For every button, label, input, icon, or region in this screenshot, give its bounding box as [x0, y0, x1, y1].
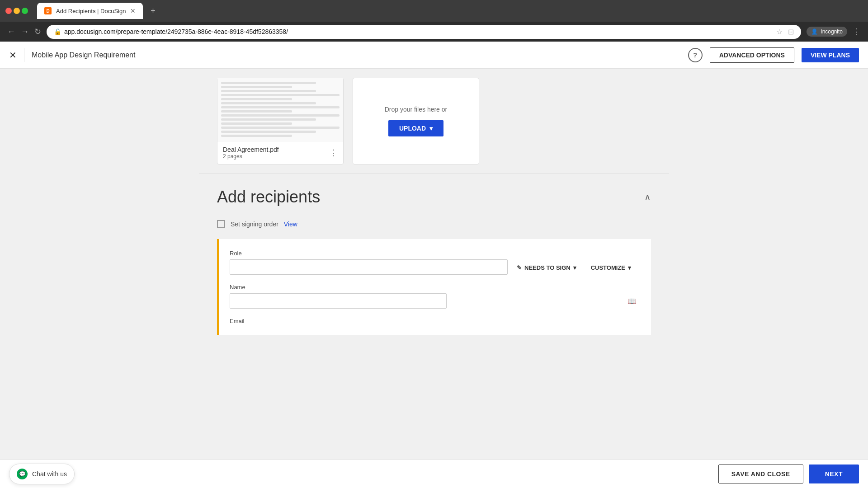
- role-label: Role: [230, 250, 508, 257]
- recipients-section: Add recipients ∧ Set signing order View …: [163, 174, 705, 349]
- form-row-role: Role ✎ NEEDS TO SIGN ▾ CUSTOMIZE: [230, 250, 640, 275]
- header-divider: [24, 48, 24, 62]
- address-text: app.docusign.com/prepare-template/249273…: [64, 28, 770, 35]
- drop-text: Drop your files here or: [385, 106, 448, 113]
- email-label: Email: [230, 318, 640, 324]
- browser-chrome: D Add Recipients | DocuSign ✕ +: [0, 0, 868, 22]
- name-input[interactable]: [230, 293, 447, 309]
- customize-btn[interactable]: CUSTOMIZE ▾: [591, 264, 631, 271]
- main-content: Deal Agreement.pdf 2 pages ⋮ Drop your f…: [0, 69, 868, 488]
- email-group: Email: [230, 318, 640, 324]
- role-group: Role: [230, 250, 508, 275]
- customize-label: CUSTOMIZE: [591, 264, 625, 271]
- section-title: Add recipients: [217, 188, 320, 206]
- needs-to-sign-label: NEEDS TO SIGN: [524, 264, 571, 271]
- next-btn[interactable]: NEXT: [809, 465, 859, 483]
- tab-close-btn[interactable]: ✕: [130, 7, 136, 14]
- document-pages: 2 pages: [223, 153, 279, 160]
- preview-line: [221, 127, 340, 129]
- document-name: Deal Agreement.pdf: [223, 146, 279, 153]
- role-input[interactable]: [230, 259, 508, 275]
- name-label: Name: [230, 284, 640, 291]
- app-header: ✕ Mobile App Design Requirement ? ADVANC…: [0, 42, 868, 69]
- preview-line: [221, 114, 340, 117]
- needs-to-sign-chevron-icon: ▾: [573, 264, 576, 271]
- browser-tab[interactable]: D Add Recipients | DocuSign ✕: [37, 3, 143, 19]
- preview-line: [221, 122, 292, 125]
- lock-icon: 🔒: [54, 28, 61, 35]
- new-tab-btn[interactable]: +: [146, 5, 159, 17]
- signing-order-checkbox[interactable]: [217, 220, 225, 228]
- preview-line: [221, 131, 316, 133]
- contact-book-icon: 📖: [627, 297, 637, 305]
- document-info: Deal Agreement.pdf 2 pages: [223, 146, 279, 160]
- chat-label: Chat with us: [32, 470, 67, 478]
- close-btn[interactable]: ✕: [9, 50, 17, 61]
- window-controls: [5, 8, 28, 14]
- preview-line: [221, 102, 316, 104]
- preview-line: [221, 82, 316, 84]
- view-link[interactable]: View: [284, 221, 297, 228]
- refresh-btn[interactable]: ↻: [34, 27, 41, 37]
- more-btn[interactable]: ⋮: [853, 27, 861, 37]
- address-bar[interactable]: 🔒 app.docusign.com/prepare-template/2492…: [47, 25, 801, 39]
- role-field-group: Role: [230, 250, 508, 275]
- preview-line: [221, 90, 316, 92]
- content-inner: Deal Agreement.pdf 2 pages ⋮ Drop your f…: [163, 69, 705, 349]
- advanced-options-btn[interactable]: ADVANCED OPTIONS: [710, 47, 794, 63]
- address-actions: ☆ ⊡: [776, 28, 794, 36]
- name-group: Name 📖: [230, 284, 640, 309]
- app-title: Mobile App Design Requirement: [32, 51, 681, 59]
- upload-label: UPLOAD: [399, 125, 426, 132]
- incognito-icon: 👤: [811, 28, 818, 35]
- upload-chevron-icon: ▾: [429, 125, 433, 132]
- section-header: Add recipients ∧: [217, 188, 651, 206]
- document-footer: Deal Agreement.pdf 2 pages ⋮: [217, 141, 343, 164]
- preview-line: [221, 94, 340, 96]
- needs-to-sign-btn[interactable]: ✎ NEEDS TO SIGN ▾: [517, 264, 576, 271]
- document-menu-btn[interactable]: ⋮: [330, 148, 338, 158]
- back-btn[interactable]: ←: [7, 27, 15, 37]
- collapse-btn[interactable]: ∧: [644, 192, 651, 202]
- incognito-btn[interactable]: 👤 Incognito: [807, 27, 847, 37]
- extensions-icon[interactable]: ⊡: [788, 28, 794, 36]
- tab-favicon: D: [44, 7, 52, 14]
- preview-line: [221, 110, 292, 113]
- window-max-btn[interactable]: [22, 8, 28, 14]
- incognito-label: Incognito: [821, 28, 843, 35]
- upload-btn[interactable]: UPLOAD ▾: [388, 120, 443, 136]
- preview-line: [221, 106, 340, 108]
- bookmark-icon[interactable]: ☆: [776, 28, 783, 36]
- window-close-btn[interactable]: [5, 8, 12, 14]
- preview-line: [221, 118, 316, 121]
- help-btn[interactable]: ?: [688, 48, 703, 62]
- signing-order-label: Set signing order: [231, 221, 278, 228]
- bottom-bar: 💬 Chat with us SAVE AND CLOSE NEXT: [0, 459, 868, 488]
- edit-icon: ✎: [517, 264, 522, 271]
- save-close-btn[interactable]: SAVE AND CLOSE: [718, 465, 803, 483]
- preview-line: [221, 98, 292, 100]
- preview-lines: [221, 82, 340, 137]
- document-section: Deal Agreement.pdf 2 pages ⋮ Drop your f…: [163, 69, 705, 174]
- chat-btn[interactable]: 💬 Chat with us: [9, 464, 75, 484]
- upload-card: Drop your files here or UPLOAD ▾: [353, 78, 479, 164]
- recipient-form: Role ✎ NEEDS TO SIGN ▾ CUSTOMIZE: [217, 239, 651, 335]
- preview-line: [221, 86, 292, 88]
- bottom-actions: SAVE AND CLOSE NEXT: [718, 465, 859, 483]
- role-actions: ✎ NEEDS TO SIGN ▾ CUSTOMIZE ▾: [517, 250, 631, 271]
- chat-icon: 💬: [17, 469, 28, 479]
- document-preview: [217, 78, 343, 141]
- address-bar-row: ← → ↻ 🔒 app.docusign.com/prepare-templat…: [0, 22, 868, 42]
- name-input-wrapper: 📖: [230, 293, 640, 309]
- tab-title: Add Recipients | DocuSign: [56, 8, 126, 14]
- signing-order-row: Set signing order View: [217, 220, 651, 228]
- view-plans-btn[interactable]: VIEW PLANS: [802, 48, 859, 62]
- window-min-btn[interactable]: [14, 8, 20, 14]
- forward-btn[interactable]: →: [21, 27, 29, 37]
- document-card: Deal Agreement.pdf 2 pages ⋮: [217, 78, 344, 164]
- customize-chevron-icon: ▾: [628, 264, 631, 271]
- preview-line: [221, 135, 292, 137]
